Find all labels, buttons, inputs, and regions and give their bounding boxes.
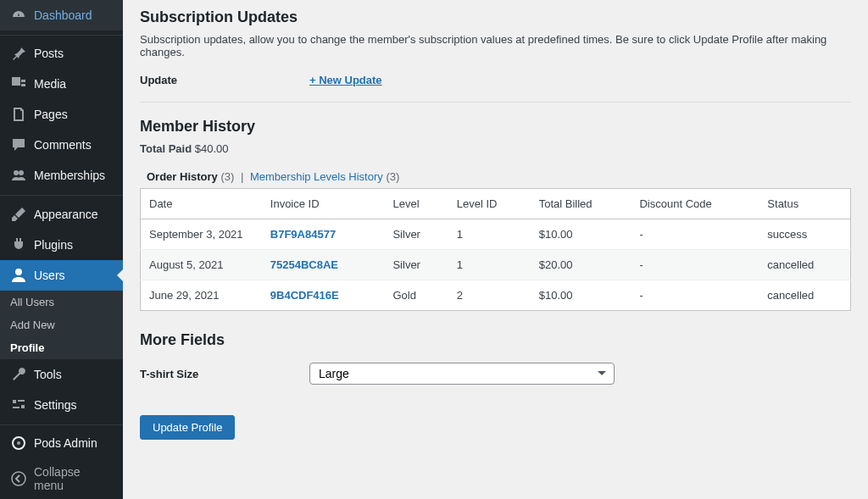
cell-status: cancelled [759,280,850,311]
sidebar-item-collapse[interactable]: Collapse menu [0,458,123,499]
cell-level-id: 1 [448,250,531,280]
cell-total: $20.00 [531,250,632,280]
svg-point-8 [17,441,20,445]
more-fields-heading: More Fields [140,331,851,349]
col-level-id: Level ID [448,189,531,219]
sidebar-item-media[interactable]: Media [0,69,123,99]
invoice-link[interactable]: B7F9A84577 [270,228,336,241]
sidebar-item-pods-admin[interactable]: Pods Admin [0,428,123,458]
dashboard-icon [10,7,27,24]
cell-discount: - [631,250,759,280]
page-icon [10,106,27,123]
pods-icon [10,435,27,452]
order-history-table: Date Invoice ID Level Level ID Total Bil… [140,188,851,311]
sidebar-label: Tools [34,368,62,381]
subscription-updates-heading: Subscription Updates [140,8,851,26]
sidebar-label: Pages [34,108,68,121]
cell-level: Silver [384,219,448,250]
table-row: June 29, 2021 9B4CDF416E Gold 2 $10.00 -… [141,280,851,311]
users-submenu: All Users Add New Profile [0,291,123,359]
admin-sidebar: Dashboard Posts Media Pages Comments Mem… [0,0,123,499]
media-icon [10,75,27,92]
svg-point-9 [12,472,25,485]
group-icon [10,167,27,184]
tshirt-select-wrap: Large [309,363,615,385]
cell-status: success [759,219,850,250]
cell-discount: - [631,219,759,250]
table-row: September 3, 2021 B7F9A84577 Silver 1 $1… [141,219,851,250]
tab-levels-history[interactable]: Membership Levels History [250,170,383,183]
sidebar-label: Comments [34,138,92,152]
plug-icon [10,236,27,253]
pin-icon [10,45,27,62]
cell-level: Gold [384,280,448,311]
col-total-billed: Total Billed [531,189,632,219]
svg-rect-3 [13,400,16,403]
sidebar-label: Settings [34,398,77,412]
cell-date: September 3, 2021 [141,219,262,250]
sidebar-item-users[interactable]: Users [0,260,123,291]
col-invoice: Invoice ID [262,189,385,219]
sidebar-label: Memberships [34,169,105,182]
main-content: Subscription Updates Subscription update… [123,0,868,499]
cell-level-id: 2 [448,280,531,311]
svg-rect-4 [18,400,25,402]
update-profile-button[interactable]: Update Profile [140,415,235,440]
cell-date: August 5, 2021 [141,250,262,280]
cell-discount: - [631,280,759,311]
sidebar-label: Posts [34,47,64,60]
tshirt-label: T-shirt Size [140,368,309,380]
cell-level: Silver [384,250,448,280]
col-discount-code: Discount Code [631,189,759,219]
sidebar-item-appearance[interactable]: Appearance [0,199,123,230]
invoice-link[interactable]: 75254BC8AE [270,258,338,271]
sidebar-item-dashboard[interactable]: Dashboard [0,0,123,30]
table-row: August 5, 2021 75254BC8AE Silver 1 $20.0… [141,250,851,280]
sidebar-item-pages[interactable]: Pages [0,99,123,130]
sidebar-item-memberships[interactable]: Memberships [0,160,123,191]
sidebar-label: Users [34,269,65,282]
svg-rect-5 [13,407,19,408]
sidebar-label: Collapse menu [34,465,113,492]
sidebar-label: Media [34,77,66,91]
tshirt-row: T-shirt Size Large [140,363,851,385]
sidebar-item-comments[interactable]: Comments [0,130,123,160]
svg-point-1 [19,170,24,175]
collapse-icon [10,470,27,487]
brush-icon [10,206,27,223]
tshirt-select[interactable]: Large [309,363,615,385]
history-tabs: Order History (3) | Membership Levels Hi… [140,170,851,188]
tab-order-history[interactable]: Order History [147,170,218,183]
table-header-row: Date Invoice ID Level Level ID Total Bil… [141,189,851,219]
sidebar-item-tools[interactable]: Tools [0,359,123,390]
svg-point-0 [14,170,19,175]
sidebar-label: Dashboard [34,8,92,22]
sidebar-item-settings[interactable]: Settings [0,390,123,420]
sidebar-label: Plugins [34,238,73,252]
svg-point-2 [15,269,22,275]
tab-levels-count: (3) [386,170,399,183]
invoice-link[interactable]: 9B4CDF416E [270,289,339,302]
total-paid: Total Paid $40.00 [140,142,851,155]
col-status: Status [759,189,850,219]
total-paid-value: $40.00 [195,142,229,155]
submenu-item-profile[interactable]: Profile [0,336,123,359]
cell-level-id: 1 [448,219,531,250]
comment-icon [10,136,27,153]
new-update-link[interactable]: + New Update [309,74,382,86]
cell-date: June 29, 2021 [141,280,262,311]
cell-total: $10.00 [531,219,632,250]
divider [140,102,851,103]
sidebar-item-posts[interactable]: Posts [0,38,123,69]
sidebar-label: Pods Admin [34,436,97,450]
settings-icon [10,396,27,413]
submenu-item-add-new[interactable]: Add New [0,313,123,336]
sidebar-item-plugins[interactable]: Plugins [0,230,123,260]
subscription-description: Subscription updates, allow you to chang… [140,33,851,58]
col-date: Date [141,189,262,219]
submenu-item-all-users[interactable]: All Users [0,291,123,313]
sidebar-label: Appearance [34,208,98,221]
user-icon [10,267,27,284]
col-level: Level [384,189,448,219]
update-label: Update [140,74,309,86]
